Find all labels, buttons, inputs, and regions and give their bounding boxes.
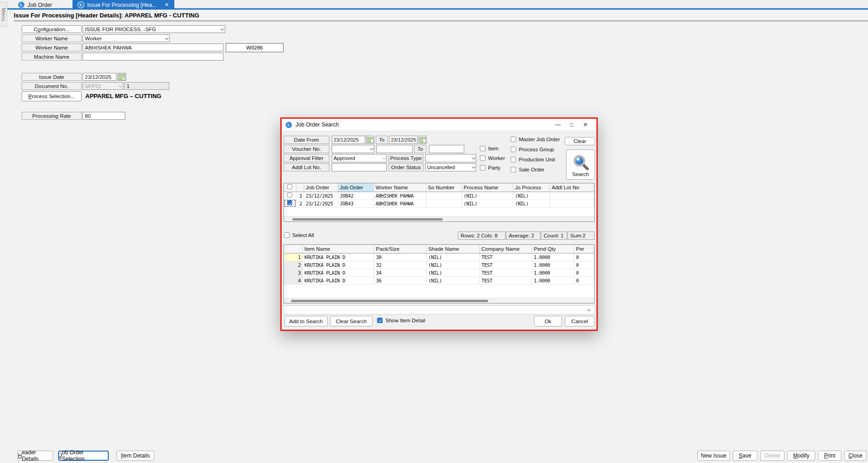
- date-to-input[interactable]: 23/12/2025: [389, 136, 417, 144]
- column-header[interactable]: Job Order: [304, 183, 338, 192]
- table-cell[interactable]: 36: [374, 276, 426, 284]
- processing-rate-input[interactable]: 80: [83, 112, 125, 120]
- horizontal-scrollbar[interactable]: [284, 216, 594, 221]
- search-button[interactable]: Search: [566, 149, 595, 180]
- tab-issue-for-processing[interactable]: L Issue For Processing [Hea... ✕: [72, 0, 174, 10]
- table-cell[interactable]: (NIL): [426, 261, 479, 269]
- column-header[interactable]: So Number: [426, 183, 462, 192]
- table-cell[interactable]: 1.0000: [532, 269, 574, 276]
- table-cell[interactable]: 1.0000: [532, 261, 574, 269]
- horizontal-scrollbar[interactable]: [284, 298, 594, 303]
- table-cell[interactable]: [426, 192, 462, 199]
- table-cell[interactable]: KRUTIKA PLAIN D: [302, 269, 374, 276]
- table-cell[interactable]: 30: [374, 253, 426, 261]
- process-type-select[interactable]: [425, 154, 476, 162]
- column-header[interactable]: Per: [574, 245, 594, 253]
- table-cell[interactable]: (NIL): [513, 192, 550, 199]
- column-header[interactable]: Jo Process: [513, 183, 550, 192]
- tab-item-details[interactable]: Item Details: [117, 451, 154, 461]
- tab-job-order-selection[interactable]: Job Order Selection: [58, 451, 109, 461]
- table-cell[interactable]: (NIL): [513, 199, 550, 207]
- table-cell[interactable]: KRUTIKA PLAIN D: [302, 261, 374, 269]
- column-header[interactable]: Job Order: [338, 183, 373, 192]
- issue-date-input[interactable]: 23/12/2025: [83, 73, 117, 81]
- machine-name-input[interactable]: [83, 53, 223, 61]
- checkbox-sale-order[interactable]: Sale Order: [511, 167, 545, 172]
- clear-search-button[interactable]: Clear Search: [330, 316, 373, 326]
- column-header[interactable]: Company Name: [479, 245, 532, 253]
- worker-code-field[interactable]: W0286: [226, 43, 284, 52]
- table-cell[interactable]: (NIL): [426, 269, 479, 276]
- document-number-field[interactable]: 1: [124, 82, 169, 90]
- table-cell[interactable]: TEST: [479, 261, 532, 269]
- table-cell[interactable]: TEST: [479, 269, 532, 276]
- configuration-button[interactable]: Configuration...: [22, 25, 82, 33]
- tab-job-order[interactable]: L Job Order: [13, 0, 57, 10]
- configuration-select[interactable]: ISSUE FOR PROCESS. -SFG: [83, 25, 225, 33]
- new-issue-button[interactable]: New Issue: [697, 451, 730, 461]
- checkbox-item[interactable]: Item: [480, 146, 498, 151]
- calendar-button[interactable]: [366, 136, 374, 144]
- row-checkbox[interactable]: [287, 200, 292, 205]
- header-checkbox[interactable]: [287, 184, 292, 189]
- table-cell[interactable]: 1.0000: [532, 253, 574, 261]
- voucher-prefix-select[interactable]: [332, 145, 374, 153]
- table-cell[interactable]: 1.0000: [532, 276, 574, 284]
- worker-name-input[interactable]: ABHISHEK PAHWA: [83, 44, 223, 51]
- scrollbar-thumb[interactable]: [292, 218, 443, 220]
- column-header[interactable]: Worker Name: [373, 183, 426, 192]
- document-prefix-select[interactable]: SFP22: [83, 82, 123, 90]
- table-cell[interactable]: 32: [374, 261, 426, 269]
- minimize-icon[interactable]: —: [551, 121, 565, 128]
- table-cell[interactable]: JOB43: [338, 199, 373, 207]
- close-button[interactable]: Close: [844, 451, 867, 461]
- scrollbar-thumb[interactable]: [291, 300, 488, 302]
- menu-side-tab[interactable]: Menu: [0, 2, 7, 27]
- table-cell[interactable]: JOB42: [338, 192, 373, 199]
- table-cell[interactable]: 0: [574, 261, 594, 269]
- table-cell[interactable]: 23/12/2025: [304, 192, 338, 199]
- select-all-checkbox[interactable]: Select All: [284, 232, 314, 238]
- table-cell[interactable]: [426, 199, 462, 207]
- row-checkbox[interactable]: [287, 193, 292, 198]
- column-header[interactable]: Shade Name: [426, 245, 479, 253]
- add-to-search-button[interactable]: Add to Search: [284, 316, 328, 326]
- column-header[interactable]: Pend Qty: [532, 245, 574, 253]
- table-cell[interactable]: (NIL): [426, 253, 479, 261]
- table-cell[interactable]: ABHISHEK PAHWA: [373, 199, 426, 207]
- voucher-to-input[interactable]: [429, 145, 464, 153]
- show-item-detail-checkbox[interactable]: Show Item Detail: [377, 318, 425, 323]
- tab-close-icon[interactable]: ✕: [164, 2, 168, 8]
- save-button[interactable]: Save: [733, 451, 757, 461]
- delete-button[interactable]: Delete: [760, 451, 785, 461]
- table-cell[interactable]: KRUTIKA PLAIN D: [302, 253, 374, 261]
- table-cell[interactable]: 0: [574, 253, 594, 261]
- tab-header-details[interactable]: Header Details: [17, 451, 53, 461]
- table-cell[interactable]: TEST: [479, 276, 532, 284]
- table-cell[interactable]: [550, 199, 594, 207]
- table-cell[interactable]: KRUTIKA PLAIN D: [302, 276, 374, 284]
- modify-button[interactable]: Modify: [787, 451, 815, 461]
- table-cell[interactable]: [550, 192, 594, 199]
- clear-button[interactable]: Clear: [565, 137, 595, 145]
- approval-filter-select[interactable]: Approved: [332, 154, 387, 162]
- close-icon[interactable]: ✕: [579, 121, 592, 128]
- maximize-icon[interactable]: □: [565, 121, 579, 128]
- checkbox-process-group[interactable]: Process Group: [511, 147, 554, 152]
- checkbox-party[interactable]: Party: [480, 165, 501, 171]
- checkbox-master-job-order[interactable]: Master Job Order: [511, 137, 560, 142]
- worker-type-select[interactable]: Worker: [83, 34, 170, 42]
- table-cell[interactable]: (NIL): [462, 192, 513, 199]
- table-cell[interactable]: 0: [574, 269, 594, 276]
- table-cell[interactable]: 34: [374, 269, 426, 276]
- process-selection-button[interactable]: Process Selection...: [22, 91, 82, 101]
- dialog-titlebar[interactable]: L Job Order Search — □ ✕: [282, 119, 596, 131]
- cancel-button[interactable]: Cancel: [565, 316, 595, 326]
- calendar-button[interactable]: [117, 73, 126, 81]
- column-header[interactable]: Item Name: [302, 245, 374, 253]
- checkbox-production-unit[interactable]: Production Unit: [511, 157, 555, 162]
- date-from-input[interactable]: 23/12/2025: [332, 136, 365, 144]
- table-cell[interactable]: 23/12/2025: [304, 199, 338, 207]
- table-cell[interactable]: (NIL): [462, 199, 513, 207]
- calendar-button[interactable]: [418, 136, 427, 144]
